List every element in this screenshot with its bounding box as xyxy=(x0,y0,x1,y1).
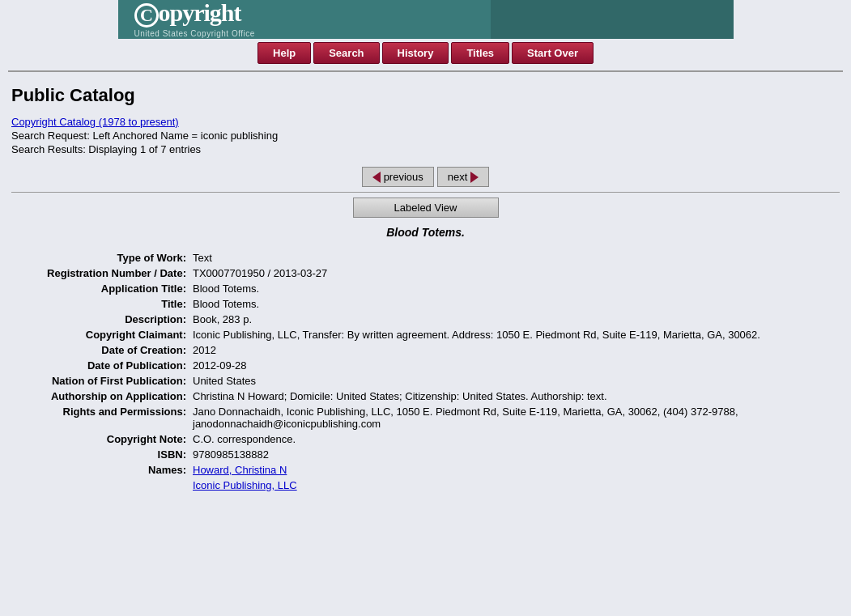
field-label: Names: xyxy=(11,462,189,478)
field-label: Rights and Permissions: xyxy=(11,404,189,431)
top-divider xyxy=(8,70,843,72)
field-label xyxy=(11,478,189,493)
field-value: Blood Totems. xyxy=(189,296,840,312)
table-row: Rights and Permissions:Jano Donnachaidh,… xyxy=(11,404,840,431)
table-row: Date of Creation:2012 xyxy=(11,342,840,358)
table-row: Nation of First Publication:United State… xyxy=(11,373,840,389)
field-label: Copyright Claimant: xyxy=(11,327,189,342)
table-row: Title:Blood Totems. xyxy=(11,296,840,312)
search-request-line: Search Request: Left Anchored Name = ico… xyxy=(11,130,840,142)
table-row: Description:Book, 283 p. xyxy=(11,312,840,327)
field-value: 2012-09-28 xyxy=(189,358,840,373)
logo-c-circle: C xyxy=(134,3,159,28)
record-title: Blood Totems. xyxy=(11,226,840,239)
table-row: ISBN:9780985138882 xyxy=(11,447,840,462)
field-value: Christina N Howard; Domicile: United Sta… xyxy=(189,389,840,404)
field-label: Registration Number / Date: xyxy=(11,266,189,281)
copyright-logo: Copyright United States Copyright Office xyxy=(134,1,255,38)
field-label: Application Title: xyxy=(11,281,189,296)
nav-bar: Help Search History Titles Start Over xyxy=(0,39,851,69)
nav-history[interactable]: History xyxy=(382,42,449,64)
previous-label: previous xyxy=(384,171,423,183)
field-link[interactable]: Iconic Publishing, LLC xyxy=(193,479,297,491)
catalog-link[interactable]: Copyright Catalog (1978 to present) xyxy=(11,116,179,128)
pagination-nav: previous next xyxy=(11,167,840,187)
nav-titles[interactable]: Titles xyxy=(451,42,509,64)
header-banner: Copyright United States Copyright Office xyxy=(0,0,851,39)
field-value: TX0007701950 / 2013-03-27 xyxy=(189,266,840,281)
page-title: Public Catalog xyxy=(11,85,840,106)
field-label: Title: xyxy=(11,296,189,312)
table-row: Names:Howard, Christina N xyxy=(11,462,840,478)
field-label: ISBN: xyxy=(11,447,189,462)
search-results-line: Search Results: Displaying 1 of 7 entrie… xyxy=(11,143,840,155)
field-label: Type of Work: xyxy=(11,250,189,266)
header-image: Copyright United States Copyright Office xyxy=(118,0,734,39)
table-row: Copyright Claimant:Iconic Publishing, LL… xyxy=(11,327,840,342)
field-label: Copyright Note: xyxy=(11,431,189,447)
next-button[interactable]: next xyxy=(437,167,490,187)
arrow-left-icon xyxy=(372,172,381,183)
table-row: Application Title:Blood Totems. xyxy=(11,281,840,296)
field-value: Book, 283 p. xyxy=(189,312,840,327)
field-label: Authorship on Application: xyxy=(11,389,189,404)
field-value: United States xyxy=(189,373,840,389)
field-label: Description: xyxy=(11,312,189,327)
field-value: Blood Totems. xyxy=(189,281,840,296)
table-row: Copyright Note:C.O. correspondence. xyxy=(11,431,840,447)
field-value: Text xyxy=(189,250,840,266)
previous-button[interactable]: previous xyxy=(362,167,434,187)
arrow-right-icon xyxy=(470,172,479,183)
main-content: Public Catalog Copyright Catalog (1978 t… xyxy=(0,79,851,509)
field-value: 2012 xyxy=(189,342,840,358)
table-row: Registration Number / Date:TX0007701950 … xyxy=(11,266,840,281)
table-row: Type of Work:Text xyxy=(11,250,840,266)
nav-search[interactable]: Search xyxy=(313,42,379,64)
logo-subtitle: United States Copyright Office xyxy=(134,29,255,38)
field-link[interactable]: Howard, Christina N xyxy=(193,464,287,476)
nav-start-over[interactable]: Start Over xyxy=(512,42,594,64)
field-value: Iconic Publishing, LLC, Transfer: By wri… xyxy=(189,327,840,342)
nav-help[interactable]: Help xyxy=(257,42,311,64)
field-value[interactable]: Howard, Christina N xyxy=(189,462,840,478)
field-label: Nation of First Publication: xyxy=(11,373,189,389)
field-value: Jano Donnachaidh, Iconic Publishing, LLC… xyxy=(189,404,840,431)
field-value: 9780985138882 xyxy=(189,447,840,462)
field-value[interactable]: Iconic Publishing, LLC xyxy=(189,478,840,493)
field-value: C.O. correspondence. xyxy=(189,431,840,447)
table-row: Date of Publication:2012-09-28 xyxy=(11,358,840,373)
table-row: Iconic Publishing, LLC xyxy=(11,478,840,493)
catalog-link-line: Copyright Catalog (1978 to present) xyxy=(11,116,840,128)
labeled-view-button[interactable]: Labeled View xyxy=(353,198,499,218)
field-label: Date of Publication: xyxy=(11,358,189,373)
field-label: Date of Creation: xyxy=(11,342,189,358)
fields-table: Type of Work:TextRegistration Number / D… xyxy=(11,250,840,493)
table-row: Authorship on Application:Christina N Ho… xyxy=(11,389,840,404)
section-divider-1 xyxy=(11,192,840,193)
next-label: next xyxy=(448,171,468,183)
